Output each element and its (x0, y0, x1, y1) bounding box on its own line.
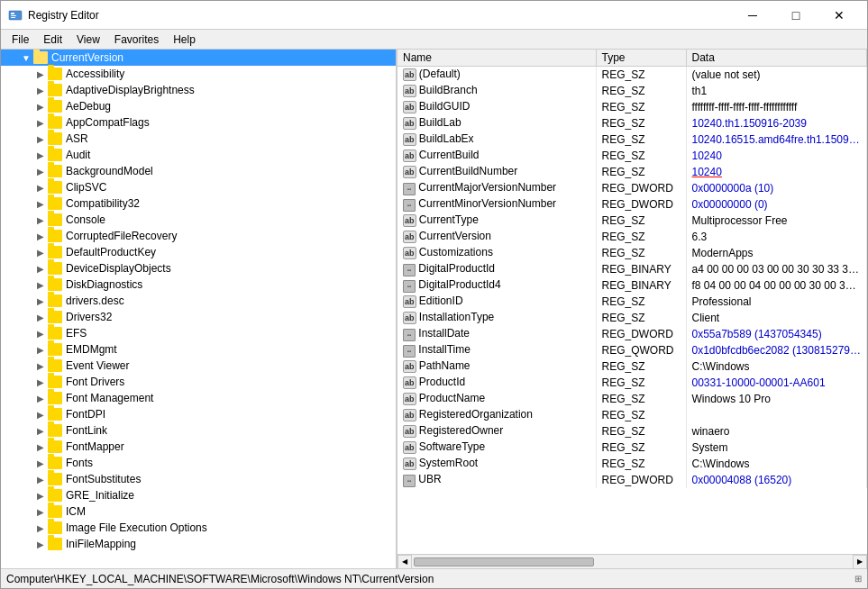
tree-item[interactable]: ▶IniFileMapping (1, 536, 396, 552)
menu-edit[interactable]: Edit (36, 32, 69, 48)
expand-icon[interactable]: ▶ (33, 375, 48, 389)
tree-item[interactable]: ▶CorruptedFileRecovery (1, 228, 396, 244)
table-row[interactable]: ▪▪ DigitalProductIdREG_BINARYa4 00 00 00… (397, 261, 867, 277)
tree-item[interactable]: ▶AppCompatFlags (1, 114, 396, 131)
table-row[interactable]: ▪▪ UBRREG_DWORD0x00004088 (16520) (397, 472, 867, 488)
tree-item[interactable]: ▶Image File Execution Options (1, 520, 396, 536)
expand-icon[interactable]: ▶ (33, 439, 48, 454)
table-row[interactable]: ab SystemRootREG_SZC:\Windows (397, 456, 867, 472)
expand-icon[interactable]: ▶ (33, 472, 48, 486)
table-row[interactable]: ab ProductNameREG_SZWindows 10 Pro (397, 391, 867, 407)
expand-icon[interactable]: ▶ (33, 294, 48, 308)
expand-icon[interactable]: ▶ (33, 423, 48, 438)
tree-item[interactable]: ▶drivers.desc (1, 293, 396, 309)
tree-item[interactable]: ▶Fonts (1, 455, 396, 471)
hscroll-track[interactable] (412, 557, 853, 567)
table-row[interactable]: ab PathNameREG_SZC:\Windows (397, 358, 867, 375)
expand-icon[interactable]: ▶ (33, 537, 48, 551)
expand-icon[interactable]: ▶ (33, 196, 48, 211)
tree-item[interactable]: ▼CurrentVersion (1, 50, 396, 66)
table-row[interactable]: ab BuildGUIDREG_SZffffffff-ffff-ffff-fff… (397, 99, 867, 115)
tree-item[interactable]: ▶AdaptiveDisplayBrightness (1, 82, 396, 98)
menu-view[interactable]: View (69, 32, 107, 48)
expand-icon[interactable]: ▶ (33, 131, 48, 146)
tree-item[interactable]: ▶EFS (1, 325, 396, 341)
tree-item[interactable]: ▶GRE_Initialize (1, 487, 396, 503)
table-row[interactable]: ab SoftwareTypeREG_SZSystem (397, 439, 867, 456)
menu-file[interactable]: File (5, 32, 36, 48)
expand-icon[interactable]: ▶ (33, 180, 48, 195)
expand-icon[interactable]: ▶ (33, 310, 48, 324)
expand-icon[interactable]: ▶ (33, 488, 48, 503)
hscroll-thumb[interactable] (414, 557, 594, 566)
table-row[interactable]: ab InstallationTypeREG_SZClient (397, 310, 867, 326)
tree-item[interactable]: ▶Audit (1, 147, 396, 163)
tree-item[interactable]: ▶Accessibility (1, 66, 396, 82)
table-row[interactable]: ab RegisteredOwnerREG_SZwinaero (397, 423, 867, 439)
table-row[interactable]: ab CurrentVersionREG_SZ6.3 (397, 229, 867, 245)
expand-icon[interactable]: ▶ (33, 99, 48, 113)
tree-item[interactable]: ▶ASR (1, 131, 396, 147)
expand-icon[interactable]: ▶ (33, 391, 48, 405)
table-row[interactable]: ab (Default)REG_SZ(value not set) (397, 67, 867, 83)
expand-icon[interactable]: ▶ (33, 148, 48, 162)
tree-item[interactable]: ▶Font Management (1, 390, 396, 406)
tree-item[interactable]: ▶Drivers32 (1, 309, 396, 325)
table-row[interactable]: ab CustomizationsREG_SZModernApps (397, 245, 867, 261)
table-row[interactable]: ▪▪ InstallDateREG_DWORD0x55a7b589 (14370… (397, 326, 867, 342)
horizontal-scrollbar[interactable]: ◀ ▶ (397, 554, 867, 568)
tree-item[interactable]: ▶BackgroundModel (1, 163, 396, 179)
expand-icon[interactable]: ▶ (33, 504, 48, 519)
tree-item[interactable]: ▶ICM (1, 503, 396, 520)
expand-icon[interactable]: ▶ (33, 213, 48, 227)
expand-icon[interactable]: ▶ (33, 83, 48, 97)
tree-item[interactable]: ▶DefaultProductKey (1, 244, 396, 260)
expand-icon[interactable]: ▶ (33, 115, 48, 130)
expand-icon[interactable]: ▼ (19, 50, 33, 65)
menu-help[interactable]: Help (166, 32, 203, 48)
tree-item[interactable]: ▶FontDPI (1, 406, 396, 422)
tree-item[interactable]: ▶DiskDiagnostics (1, 276, 396, 293)
expand-icon[interactable]: ▶ (33, 229, 48, 243)
table-row[interactable]: ▪▪ DigitalProductId4REG_BINARYf8 04 00 0… (397, 277, 867, 294)
expand-icon[interactable]: ▶ (33, 342, 48, 357)
expand-icon[interactable]: ▶ (33, 277, 48, 292)
close-button[interactable]: ✕ (818, 3, 860, 28)
expand-icon[interactable]: ▶ (33, 326, 48, 340)
tree-item[interactable]: ▶Compatibility32 (1, 195, 396, 212)
table-row[interactable]: ab CurrentTypeREG_SZMultiprocessor Free (397, 213, 867, 229)
expand-icon[interactable]: ▶ (33, 521, 48, 535)
tree-item[interactable]: ▶FontMapper (1, 439, 396, 455)
expand-icon[interactable]: ▶ (33, 456, 48, 470)
tree-item[interactable]: ▶FontLink (1, 422, 396, 439)
table-row[interactable]: ab BuildLabREG_SZ10240.th1.150916-2039 (397, 115, 867, 131)
table-row[interactable]: ab BuildBranchREG_SZth1 (397, 83, 867, 99)
table-row[interactable]: ab CurrentBuildREG_SZ10240 (397, 148, 867, 164)
scroll-right-arrow[interactable]: ▶ (853, 555, 867, 569)
tree-item[interactable]: ▶FontSubstitutes (1, 471, 396, 487)
expand-icon[interactable]: ▶ (33, 407, 48, 421)
details-table[interactable]: Name Type Data ab (Default)REG_SZ(value … (397, 50, 867, 554)
tree-list[interactable]: ▼CurrentVersion▶Accessibility▶AdaptiveDi… (1, 50, 396, 568)
table-row[interactable]: ab EditionIDREG_SZProfessional (397, 294, 867, 310)
table-row[interactable]: ab RegisteredOrganizationREG_SZ (397, 407, 867, 423)
expand-icon[interactable]: ▶ (33, 245, 48, 259)
tree-item[interactable]: ▶Console (1, 212, 396, 228)
maximize-button[interactable]: □ (775, 3, 817, 28)
tree-item[interactable]: ▶AeDebug (1, 98, 396, 114)
scroll-left-arrow[interactable]: ◀ (397, 555, 412, 569)
tree-item[interactable]: ▶ClipSVC (1, 179, 396, 195)
expand-icon[interactable]: ▶ (33, 164, 48, 178)
table-row[interactable]: ab ProductIdREG_SZ00331-10000-00001-AA60… (397, 375, 867, 391)
menu-favorites[interactable]: Favorites (107, 32, 166, 48)
minimize-button[interactable]: ─ (732, 3, 773, 28)
expand-icon[interactable]: ▶ (33, 67, 48, 81)
tree-item[interactable]: ▶EMDMgmt (1, 341, 396, 358)
table-row[interactable]: ▪▪ InstallTimeREG_QWORD0x1d0bfcdb6ec2082… (397, 342, 867, 358)
tree-item[interactable]: ▶Event Viewer (1, 358, 396, 374)
table-row[interactable]: ab BuildLabExREG_SZ10240.16515.amd64fre.… (397, 131, 867, 148)
expand-icon[interactable]: ▶ (33, 358, 48, 373)
table-row[interactable]: ▪▪ CurrentMinorVersionNumberREG_DWORD0x0… (397, 196, 867, 213)
expand-icon[interactable]: ▶ (33, 261, 48, 276)
tree-item[interactable]: ▶DeviceDisplayObjects (1, 260, 396, 276)
